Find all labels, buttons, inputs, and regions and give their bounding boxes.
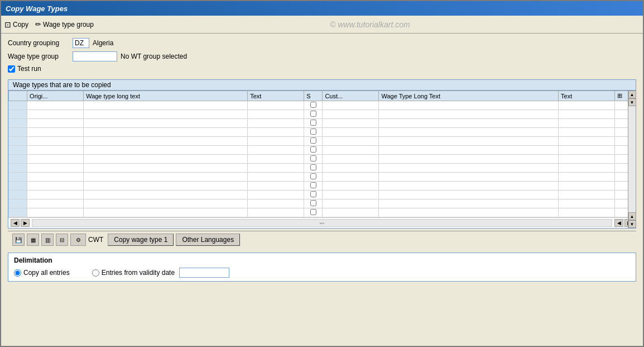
main-window: Copy Wage Types ⊡ Copy ✏ Wage type group… bbox=[0, 0, 644, 347]
table-row bbox=[9, 155, 636, 164]
col-header-cust: Cust... bbox=[323, 91, 379, 101]
table-row bbox=[9, 164, 636, 173]
s-checkbox[interactable] bbox=[310, 200, 316, 206]
col-header-rownum bbox=[9, 91, 27, 101]
validity-date-input[interactable] bbox=[179, 268, 229, 278]
s-checkbox[interactable] bbox=[310, 191, 316, 197]
copy-all-radio[interactable] bbox=[14, 269, 21, 277]
s-checkbox[interactable] bbox=[310, 111, 316, 117]
no-wt-group-text: No WT group selected bbox=[121, 53, 187, 60]
s-checkbox[interactable] bbox=[310, 129, 316, 135]
table-row bbox=[9, 146, 636, 155]
radio-row: Copy all entries Entries from validity d… bbox=[14, 268, 630, 278]
cwt-icon-btn[interactable]: ⚙ bbox=[70, 234, 86, 246]
scroll-down-btn-top[interactable]: ▼ bbox=[628, 98, 636, 106]
test-run-label: Test run bbox=[17, 65, 41, 73]
vertical-scrollbar: ▲ ▼ ▲ ▼ bbox=[628, 91, 636, 228]
s-checkbox[interactable] bbox=[310, 173, 316, 179]
wage-types-section: Wage types that are to be copied Origi..… bbox=[8, 79, 636, 229]
delimitation-section: Delimitation Copy all entries Entries fr… bbox=[8, 253, 636, 282]
table-row bbox=[9, 128, 636, 137]
country-grouping-input[interactable] bbox=[73, 38, 89, 48]
col-header-longtext: Wage type long text bbox=[84, 91, 248, 101]
s-checkbox[interactable] bbox=[310, 120, 316, 126]
h-scrollbar-thumb[interactable]: ▪▪▪ bbox=[32, 219, 612, 227]
entries-from-label: Entries from validity date bbox=[102, 269, 175, 277]
scroll-right-btn[interactable]: ▶ bbox=[21, 219, 30, 227]
country-grouping-row: Country grouping Algeria bbox=[8, 38, 636, 48]
scroll-left-btn[interactable]: ◀ bbox=[11, 219, 20, 227]
wage-type-group-toolbar-item[interactable]: ✏ Wage type group bbox=[35, 20, 94, 28]
test-run-checkbox[interactable] bbox=[8, 65, 15, 73]
table-row bbox=[9, 182, 636, 191]
s-checkbox[interactable] bbox=[310, 102, 316, 108]
table-row bbox=[9, 199, 636, 208]
icon-btn-2[interactable]: ▦ bbox=[27, 234, 39, 246]
table-row bbox=[9, 137, 636, 146]
scroll-dots: ▪▪▪ bbox=[320, 221, 325, 226]
icon-btn-3[interactable]: ▥ bbox=[41, 234, 54, 246]
wage-types-table: Origi... Wage type long text Text S Cust… bbox=[8, 91, 636, 217]
col-header-wt-long: Wage Type Long Text bbox=[379, 91, 559, 101]
table-row bbox=[9, 173, 636, 182]
horizontal-nav: ◀ ▶ ▪▪▪ ◀ ▶ bbox=[8, 217, 636, 228]
scroll-up-btn[interactable]: ▲ bbox=[628, 91, 636, 98]
table-row bbox=[9, 110, 636, 119]
wage-type-group-input[interactable] bbox=[73, 51, 117, 61]
icon-btn-4[interactable]: ⊟ bbox=[56, 234, 68, 246]
s-checkbox[interactable] bbox=[310, 146, 316, 153]
entries-from-radio[interactable] bbox=[92, 269, 99, 277]
col-header-text2: Text bbox=[559, 91, 615, 101]
copy-toolbar-item[interactable]: ⊡ Copy bbox=[4, 20, 28, 29]
table-row bbox=[9, 208, 636, 217]
scroll-track bbox=[628, 106, 636, 212]
wage-type-group-label: Wage type group bbox=[43, 21, 94, 28]
copy-label: Copy bbox=[13, 21, 28, 28]
table-row bbox=[9, 119, 636, 128]
title-bar: Copy Wage Types bbox=[1, 1, 643, 16]
copy-all-label: Copy all entries bbox=[23, 269, 70, 277]
other-languages-button[interactable]: Other Languages bbox=[176, 234, 240, 246]
col-header-orig: Origi... bbox=[27, 91, 84, 101]
main-content: Country grouping Algeria Wage type group… bbox=[1, 34, 643, 346]
s-checkbox[interactable] bbox=[310, 209, 316, 215]
wage-type-group-form-label: Wage type group bbox=[8, 53, 69, 60]
s-checkbox[interactable] bbox=[310, 137, 316, 144]
s-checkbox[interactable] bbox=[310, 155, 316, 161]
scroll-left2-btn[interactable]: ◀ bbox=[614, 219, 623, 227]
s-checkbox[interactable] bbox=[310, 182, 316, 188]
pencil-icon: ✏ bbox=[35, 20, 41, 28]
scroll-down-btn[interactable]: ▼ bbox=[628, 220, 636, 228]
delimitation-title: Delimitation bbox=[14, 256, 630, 264]
table-row bbox=[9, 191, 636, 199]
country-name: Algeria bbox=[93, 39, 113, 47]
table-row bbox=[9, 101, 636, 110]
test-run-row: Test run bbox=[8, 65, 636, 73]
toolbar: ⊡ Copy ✏ Wage type group © www.tutorialk… bbox=[1, 16, 643, 34]
scroll-up-btn-bottom[interactable]: ▲ bbox=[628, 212, 636, 220]
copy-wage-type-button[interactable]: Copy wage type 1 bbox=[108, 234, 174, 246]
icon-btn-1[interactable]: 💾 bbox=[12, 234, 25, 246]
section-title: Wage types that are to be copied bbox=[8, 80, 636, 91]
country-grouping-label: Country grouping bbox=[8, 39, 69, 47]
copy-icon: ⊡ bbox=[4, 20, 11, 29]
copy-all-item: Copy all entries bbox=[14, 269, 70, 277]
col-header-s: S bbox=[304, 91, 323, 101]
col-header-text: Text bbox=[248, 91, 304, 101]
watermark: © www.tutorialkart.com bbox=[330, 20, 410, 29]
entries-from-item: Entries from validity date bbox=[92, 268, 229, 278]
s-checkbox[interactable] bbox=[310, 164, 316, 170]
cwt-label: CWT bbox=[88, 236, 103, 244]
window-title: Copy Wage Types bbox=[6, 4, 68, 13]
wage-type-group-row: Wage type group No WT group selected bbox=[8, 51, 636, 61]
bottom-toolbar: 💾 ▦ ▥ ⊟ ⚙ CWT Copy wage type 1 Other Lan… bbox=[8, 231, 636, 248]
table-scroll-wrapper: Origi... Wage type long text Text S Cust… bbox=[8, 91, 636, 228]
